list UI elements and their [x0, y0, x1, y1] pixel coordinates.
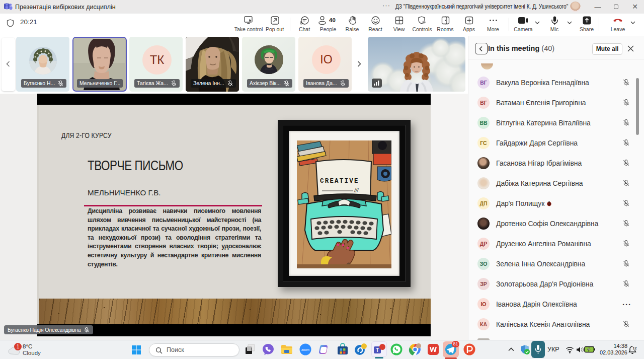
svg-text:///: /// — [354, 188, 359, 193]
svg-text:zoom: zoom — [301, 348, 309, 351]
svg-text:12: 12 — [633, 346, 637, 350]
svg-text:CREATIVE: CREATIVE — [320, 178, 359, 185]
svg-text:T: T — [376, 347, 379, 353]
